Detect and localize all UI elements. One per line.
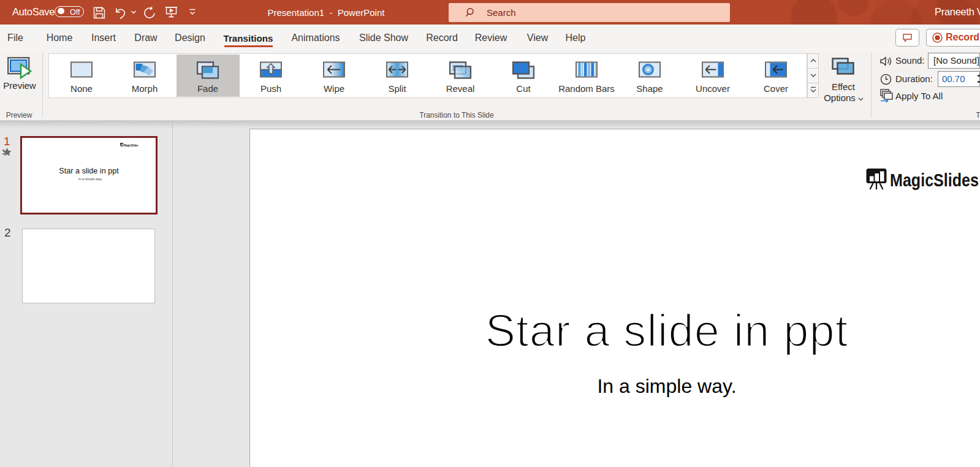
svg-text:MagicSlides: MagicSlides bbox=[890, 170, 979, 190]
svg-text:MagicSlides: MagicSlides bbox=[124, 143, 138, 147]
